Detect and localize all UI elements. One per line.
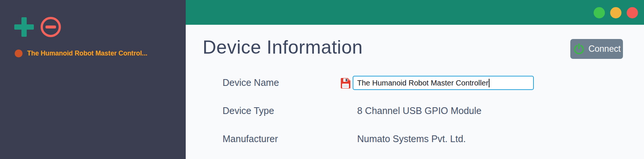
- device-name-input-value: The Humanoid Robot Master Controller: [357, 79, 488, 87]
- device-status-dot-icon: [15, 50, 23, 57]
- text-caret: [489, 79, 489, 87]
- app-window: The Humanoid Robot Master Control... Dev…: [0, 0, 644, 159]
- circle-minus-icon: [40, 33, 61, 39]
- device-name-label: Device Name: [223, 77, 279, 88]
- save-icon: [340, 84, 351, 90]
- window-control-green-icon[interactable]: [594, 7, 605, 18]
- power-icon: [573, 43, 585, 56]
- window-controls: [594, 7, 638, 18]
- sidebar: The Humanoid Robot Master Control...: [0, 0, 186, 159]
- page-title: Device Information: [203, 36, 363, 58]
- save-device-name-button[interactable]: [340, 78, 351, 89]
- title-bar: [186, 0, 644, 25]
- add-device-button[interactable]: [14, 16, 35, 38]
- manufacturer-label: Manufacturer: [223, 134, 278, 144]
- device-name-input[interactable]: The Humanoid Robot Master Controller: [353, 76, 534, 90]
- manufacturer-value: Numato Systems Pvt. Ltd.: [357, 134, 466, 144]
- plus-icon: [14, 33, 35, 39]
- sidebar-item-device[interactable]: The Humanoid Robot Master Control...: [15, 50, 147, 57]
- connect-button[interactable]: Connect: [570, 39, 623, 59]
- window-control-yellow-icon[interactable]: [610, 7, 621, 18]
- sidebar-toolbar: [14, 16, 61, 38]
- device-type-value: 8 Channel USB GPIO Module: [357, 105, 482, 116]
- window-control-red-icon[interactable]: [627, 7, 638, 18]
- device-type-label: Device Type: [223, 105, 274, 116]
- remove-device-button[interactable]: [40, 16, 61, 38]
- connect-button-label: Connect: [588, 44, 621, 54]
- sidebar-device-label: The Humanoid Robot Master Control...: [27, 50, 147, 57]
